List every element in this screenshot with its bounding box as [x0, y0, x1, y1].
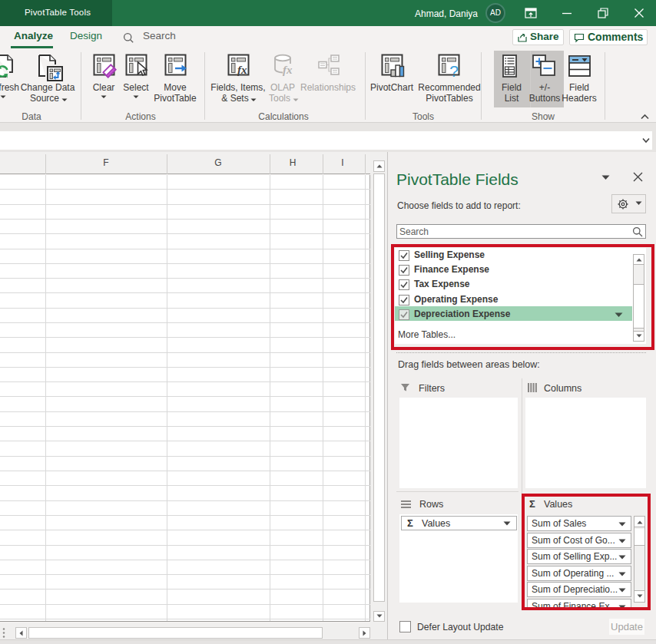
svg-text:fx: fx — [283, 64, 293, 76]
svg-text:?: ? — [449, 62, 459, 80]
svg-text:fx: fx — [237, 64, 247, 76]
